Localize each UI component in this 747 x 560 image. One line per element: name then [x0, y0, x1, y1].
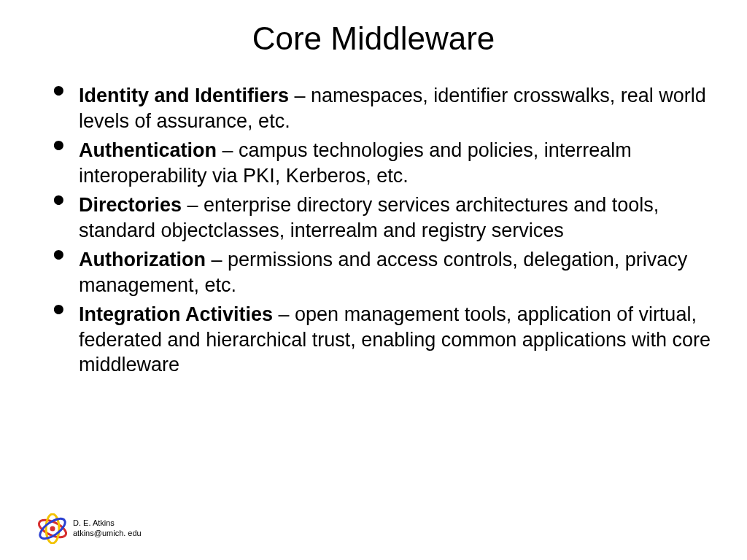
slide: Core Middleware Identity and Identifiers… — [0, 0, 747, 560]
footer-email: atkins@umich. edu — [73, 529, 142, 539]
footer-author: D. E. Atkins — [73, 518, 142, 529]
slide-title: Core Middleware — [36, 20, 711, 57]
svg-point-3 — [50, 526, 55, 532]
bullet-bold: Directories — [79, 194, 182, 216]
bullet-list: Identity and Identifiers – namespaces, i… — [36, 83, 711, 378]
list-item: Authentication – campus technologies and… — [58, 138, 711, 188]
footer: D. E. Atkins atkins@umich. edu — [36, 513, 142, 544]
footer-text: D. E. Atkins atkins@umich. edu — [73, 518, 142, 539]
list-item: Integration Activities – open management… — [58, 302, 711, 378]
list-item: Identity and Identifiers – namespaces, i… — [58, 83, 711, 133]
list-item: Directories – enterprise directory servi… — [58, 192, 711, 243]
bullet-bold: Authentication — [79, 139, 217, 161]
atom-logo-icon — [36, 513, 69, 544]
list-item: Authorization – permissions and access c… — [58, 247, 711, 298]
bullet-bold: Identity and Identifiers — [79, 85, 289, 106]
bullet-bold: Integration Activities — [79, 303, 273, 325]
bullet-bold: Authorization — [79, 249, 206, 271]
